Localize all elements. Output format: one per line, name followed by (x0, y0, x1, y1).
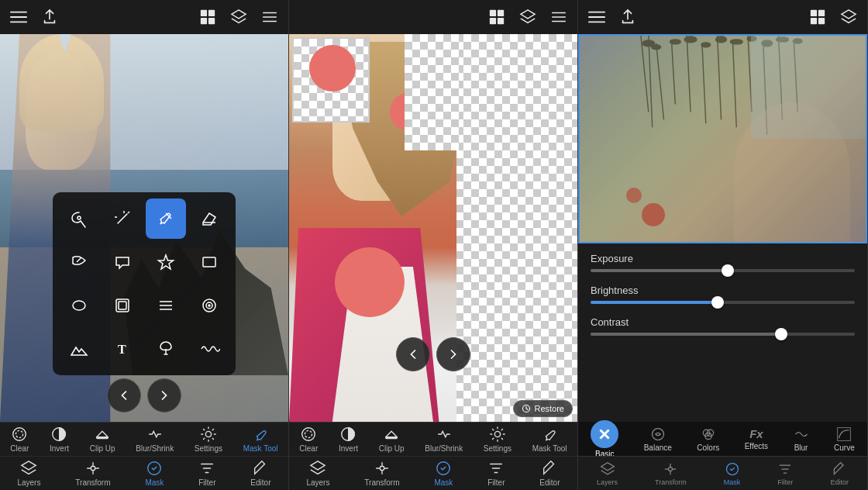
filter-tab-colors[interactable]: Colors (697, 426, 719, 452)
masktool-btn-p2[interactable]: Mask Tool (532, 426, 567, 453)
tool-rect2[interactable] (102, 285, 143, 326)
filter-tab-curve[interactable]: Curve (834, 426, 855, 452)
svg-line-11 (128, 212, 129, 213)
tool-rect[interactable] (189, 242, 229, 282)
settings-btn-p2[interactable]: Settings (484, 426, 512, 453)
canvas-1[interactable]: T (0, 34, 288, 422)
editor-tab-p3[interactable]: Editor (830, 461, 849, 486)
blurshrink-btn-p2[interactable]: Blur/Shrink (425, 426, 463, 453)
tool-text[interactable]: T (102, 329, 143, 369)
layers-icon-p3[interactable] (839, 8, 858, 26)
tool-wave[interactable] (189, 329, 229, 369)
canvas-2[interactable]: Restore (289, 34, 577, 422)
arrow-left-btn[interactable] (107, 378, 141, 412)
svg-point-26 (13, 428, 26, 441)
svg-rect-29 (97, 437, 108, 438)
tool-ellipse[interactable] (59, 285, 99, 326)
tool-wand[interactable] (102, 198, 143, 239)
tool-radial[interactable] (189, 285, 229, 326)
svg-point-45 (380, 466, 384, 471)
blurshrink-btn-p1[interactable]: Blur/Shrink (136, 426, 174, 453)
svg-rect-49 (588, 22, 605, 23)
transform-tab-p2[interactable]: Transform (364, 460, 399, 487)
tool-gradient[interactable] (59, 242, 99, 282)
layers-icon-2[interactable] (260, 8, 279, 26)
menu-icon-p3[interactable] (587, 8, 606, 26)
mask-tab-p1[interactable]: Mask (145, 460, 164, 487)
svg-rect-47 (588, 12, 605, 13)
editor-tab-p1[interactable]: Editor (250, 460, 270, 487)
tool-eraser[interactable] (189, 198, 229, 239)
restore-btn-p2[interactable]: Restore (513, 400, 573, 417)
filter-tab-p1[interactable]: Filter (198, 460, 215, 487)
filter-tab-blur[interactable]: Blur (794, 426, 809, 452)
arrow-nav-p2 (396, 337, 470, 371)
tool-mountain[interactable] (59, 329, 99, 369)
svg-rect-35 (490, 18, 496, 24)
filter-tab-p2[interactable]: Filter (487, 460, 505, 487)
tool-speech[interactable] (102, 242, 143, 282)
tool-spade[interactable] (146, 329, 186, 369)
filter-tab-basic[interactable]: Basic (591, 420, 618, 458)
grid-icon[interactable] (198, 8, 217, 26)
clear-btn-p2[interactable]: Clear (299, 426, 318, 453)
svg-rect-18 (119, 302, 126, 309)
layers2-icon-p2[interactable] (549, 8, 568, 26)
settings-btn-p1[interactable]: Settings (195, 426, 222, 453)
bottom-tabbar-p3: Layers Transform Mask Filter Editor (578, 456, 867, 490)
brightness-track[interactable] (591, 301, 855, 304)
editor-tab-p2[interactable]: Editor (539, 460, 560, 487)
svg-rect-34 (498, 10, 504, 16)
layers-icon-1[interactable] (229, 8, 248, 26)
clipup-btn-p2[interactable]: Clip Up (379, 426, 405, 453)
mask-tab-p2[interactable]: Mask (434, 460, 453, 487)
exposure-track[interactable] (591, 269, 855, 272)
grid-icon-p3[interactable] (808, 8, 827, 26)
svg-point-30 (205, 431, 211, 437)
layers-tab-p1[interactable]: Layers (17, 460, 40, 487)
layers-icon-p2[interactable] (518, 8, 537, 26)
arrow-right-btn-p2[interactable] (436, 337, 470, 371)
tool-star[interactable] (146, 242, 186, 282)
invert-btn-p1[interactable]: Invert (50, 426, 69, 453)
layers-tab-p2[interactable]: Layers (306, 460, 329, 487)
mask-tab-p3[interactable]: Mask (724, 461, 741, 486)
contrast-thumb[interactable] (775, 328, 787, 340)
filter-tab-effects[interactable]: Fx Effects (745, 427, 768, 450)
tool-lasso[interactable] (59, 198, 99, 239)
arrow-left-btn-p2[interactable] (396, 337, 430, 371)
svg-point-22 (203, 299, 215, 312)
transform-tab-p3[interactable]: Transform (655, 461, 687, 486)
layers-tab-p3[interactable]: Layers (597, 461, 618, 486)
arrow-nav-1 (107, 378, 181, 412)
toolbar-row2-panel1: Layers Transform Mask Filter Editor (0, 457, 288, 491)
exposure-thumb[interactable] (722, 264, 734, 277)
brightness-label: Brightness (591, 285, 855, 296)
svg-point-41 (305, 430, 312, 437)
masktool-btn-p1[interactable]: Mask Tool (243, 426, 278, 453)
menu-icon[interactable] (9, 8, 28, 26)
svg-rect-5 (201, 18, 207, 24)
invert-btn-p2[interactable]: Invert (339, 426, 358, 453)
tool-brush[interactable] (146, 198, 186, 239)
arrow-right-btn[interactable] (147, 378, 181, 412)
grid-icon-p2[interactable] (487, 8, 506, 26)
transform-tab-p1[interactable]: Transform (75, 460, 110, 487)
svg-rect-53 (818, 18, 825, 24)
svg-line-14 (77, 257, 81, 262)
filter-tabs-p3: Basic Balance Colors Fx Effects Blur Cur… (578, 422, 867, 456)
tool-grid: T (53, 192, 236, 375)
contrast-track[interactable] (591, 333, 855, 336)
svg-rect-15 (203, 257, 215, 267)
share-icon[interactable] (40, 8, 59, 26)
filter-tab-p3-bottom[interactable]: Filter (777, 461, 793, 486)
clear-btn-p1[interactable]: Clear (10, 426, 29, 453)
contrast-label: Contrast (591, 316, 855, 328)
brightness-thumb[interactable] (711, 296, 724, 309)
basic-x-btn[interactable] (591, 420, 618, 448)
share-icon-p3[interactable] (618, 8, 637, 26)
tool-lines[interactable] (146, 285, 186, 326)
filter-tab-balance[interactable]: Balance (644, 426, 672, 452)
clipup-btn-p1[interactable]: Clip Up (90, 426, 115, 453)
svg-rect-2 (10, 22, 27, 23)
